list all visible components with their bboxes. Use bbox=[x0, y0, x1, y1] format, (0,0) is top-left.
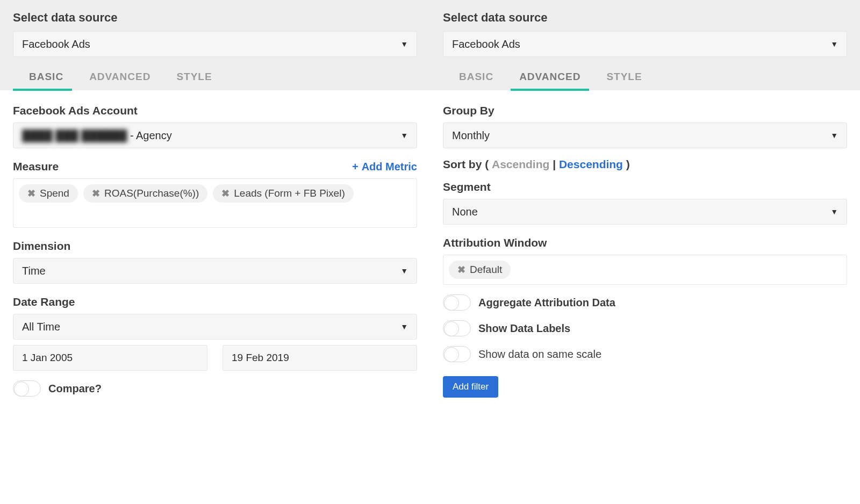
aggregate-attribution-label: Aggregate Attribution Data bbox=[478, 297, 615, 309]
plus-icon: + bbox=[352, 161, 359, 172]
sort-by-row: Sort by ( Ascending | Descending ) bbox=[443, 158, 847, 171]
data-source-select[interactable]: Facebook Ads ▼ bbox=[443, 31, 847, 57]
close-icon[interactable]: ✖ bbox=[221, 189, 230, 198]
account-label: Facebook Ads Account bbox=[13, 104, 417, 117]
attribution-window-label: Attribution Window bbox=[443, 236, 847, 249]
chip-label: ROAS(Purchase(%)) bbox=[104, 188, 199, 199]
chip-label: Leads (Form + FB Pixel) bbox=[234, 188, 345, 199]
tab-style[interactable]: STYLE bbox=[176, 71, 212, 90]
tab-style[interactable]: STYLE bbox=[606, 71, 642, 90]
caret-down-icon: ▼ bbox=[830, 40, 838, 48]
add-metric-button[interactable]: + Add Metric bbox=[352, 161, 417, 173]
tab-basic[interactable]: BASIC bbox=[459, 71, 493, 90]
compare-label: Compare? bbox=[48, 383, 102, 395]
tab-advanced[interactable]: ADVANCED bbox=[519, 71, 580, 90]
caret-down-icon: ▼ bbox=[400, 322, 408, 331]
dimension-value: Time bbox=[22, 265, 46, 277]
group-by-value: Monthly bbox=[452, 129, 490, 142]
show-data-labels-label: Show Data Labels bbox=[478, 322, 570, 335]
tab-basic[interactable]: BASIC bbox=[29, 71, 63, 90]
show-data-labels-toggle[interactable] bbox=[443, 320, 471, 336]
sort-prefix: Sort by ( bbox=[443, 158, 492, 170]
date-start-value: 1 Jan 2005 bbox=[22, 352, 73, 364]
measure-label: Measure bbox=[13, 160, 59, 173]
sort-ascending[interactable]: Ascending bbox=[492, 158, 549, 170]
dimension-label: Dimension bbox=[13, 240, 417, 253]
compare-toggle[interactable] bbox=[13, 380, 41, 397]
dimension-select[interactable]: Time ▼ bbox=[13, 258, 417, 284]
caret-down-icon: ▼ bbox=[400, 131, 408, 140]
account-masked: ████ ███ ██████ bbox=[22, 129, 127, 142]
sort-descending[interactable]: Descending bbox=[559, 158, 623, 170]
group-by-select[interactable]: Monthly ▼ bbox=[443, 123, 847, 148]
data-source-select[interactable]: Facebook Ads ▼ bbox=[13, 31, 417, 57]
chip-label: Spend bbox=[40, 188, 69, 199]
measure-chip[interactable]: ✖ Leads (Form + FB Pixel) bbox=[213, 184, 353, 203]
measure-chip[interactable]: ✖ Spend bbox=[19, 184, 78, 203]
measure-chip-well[interactable]: ✖ Spend ✖ ROAS(Purchase(%)) ✖ Leads (For… bbox=[13, 178, 417, 228]
select-data-source-heading: Select data source bbox=[13, 11, 417, 25]
attribution-chip[interactable]: ✖ Default bbox=[449, 261, 511, 279]
segment-label: Segment bbox=[443, 181, 847, 193]
select-data-source-heading: Select data source bbox=[443, 11, 847, 25]
same-scale-toggle[interactable] bbox=[443, 346, 471, 362]
aggregate-attribution-toggle[interactable] bbox=[443, 294, 471, 311]
caret-down-icon: ▼ bbox=[830, 131, 838, 140]
tab-advanced[interactable]: ADVANCED bbox=[89, 71, 150, 90]
date-end-value: 19 Feb 2019 bbox=[232, 352, 289, 364]
add-filter-button[interactable]: Add filter bbox=[443, 376, 498, 398]
close-icon[interactable]: ✖ bbox=[27, 189, 35, 198]
segment-select[interactable]: None ▼ bbox=[443, 199, 847, 225]
chip-label: Default bbox=[470, 264, 502, 276]
date-range-value: All Time bbox=[22, 321, 60, 333]
account-value: ████ ███ ██████ - Agency bbox=[22, 129, 172, 142]
segment-value: None bbox=[452, 206, 478, 218]
data-source-value: Facebook Ads bbox=[452, 38, 520, 51]
tabs: BASIC ADVANCED STYLE bbox=[13, 57, 417, 90]
data-source-value: Facebook Ads bbox=[22, 38, 90, 51]
tabs: BASIC ADVANCED STYLE bbox=[443, 57, 847, 90]
measure-chip[interactable]: ✖ ROAS(Purchase(%)) bbox=[83, 184, 207, 203]
add-metric-label: Add Metric bbox=[362, 161, 417, 173]
sort-suffix: ) bbox=[623, 158, 630, 170]
date-range-select[interactable]: All Time ▼ bbox=[13, 314, 417, 340]
caret-down-icon: ▼ bbox=[400, 267, 408, 275]
date-start-input[interactable]: 1 Jan 2005 bbox=[13, 345, 207, 371]
same-scale-label: Show data on same scale bbox=[478, 348, 601, 361]
close-icon[interactable]: ✖ bbox=[457, 265, 465, 275]
date-end-input[interactable]: 19 Feb 2019 bbox=[223, 345, 417, 371]
caret-down-icon: ▼ bbox=[400, 40, 408, 48]
account-suffix: - Agency bbox=[127, 129, 171, 141]
close-icon[interactable]: ✖ bbox=[92, 189, 100, 198]
group-by-label: Group By bbox=[443, 104, 847, 117]
account-select[interactable]: ████ ███ ██████ - Agency ▼ bbox=[13, 123, 417, 148]
caret-down-icon: ▼ bbox=[830, 207, 838, 216]
date-range-label: Date Range bbox=[13, 296, 417, 308]
sort-sep: | bbox=[549, 158, 559, 170]
attribution-chip-well[interactable]: ✖ Default bbox=[443, 255, 847, 285]
